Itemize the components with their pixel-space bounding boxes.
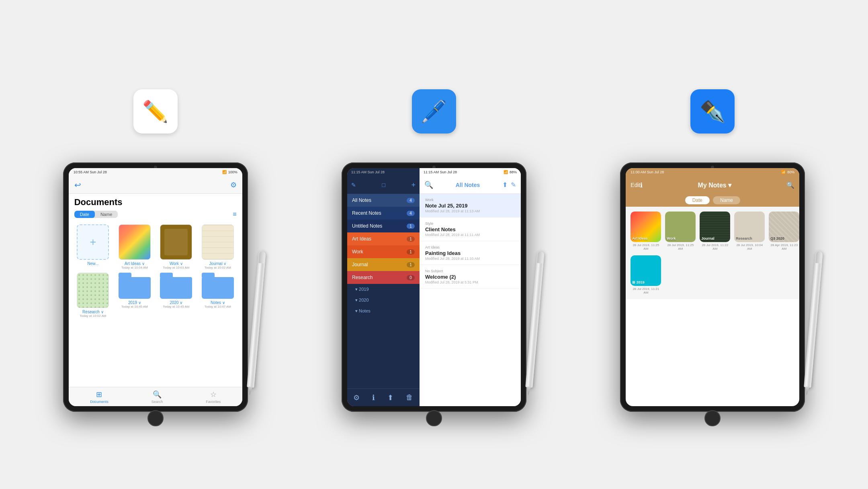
doc-date-artideas: Today at 10:04 AM — [121, 266, 148, 269]
settings-icon[interactable]: ⚙ — [353, 393, 360, 402]
tab-documents[interactable]: ⊞ Documents — [90, 390, 108, 404]
doc-thumb-new: + — [77, 224, 109, 260]
folder-research-badge: 0 — [407, 275, 415, 280]
notes-sidebar: 11:15 AM Sun Jul 28 ✎ □ + All Notes 4 — [347, 168, 420, 406]
note-item-4[interactable]: No Subject Welcome (2) Modified Jul 28, … — [420, 265, 521, 289]
folder-2019-date: Today at 10:45 AM — [121, 305, 148, 308]
plus-icon[interactable]: + — [411, 181, 416, 189]
mynote-work-date: 28 Jul 2019, 11:25 AM — [665, 243, 696, 251]
clipboard-icon[interactable]: □ — [382, 182, 385, 188]
folder-2020[interactable]: 2020 ∨ Today at 10:45 AM — [158, 273, 195, 318]
doc-date-research: Today at 10:02 AM — [80, 314, 106, 318]
notes-sidebar-status: 11:15 AM Sun Jul 28 — [347, 168, 420, 176]
mynote-q32020-date: 28 Apr 2019, 11:23 AM — [769, 243, 799, 251]
ipad2-section: 🖊️ 11:15 AM Sun Jul 28 ✎ □ + — [342, 89, 526, 412]
folder-artideas-notes[interactable]: Art Ideas 1 — [347, 232, 420, 245]
tab-favorites[interactable]: ☆ Favorites — [206, 390, 221, 404]
favorites-icon: ☆ — [210, 390, 217, 399]
app-icon-goodwriter[interactable]: ✏️ — [133, 89, 178, 134]
app-icon-writenote[interactable]: ✒️ — [690, 89, 735, 134]
mynote-work-label: Work — [667, 236, 676, 240]
folder-journal-notes[interactable]: Journal 1 — [347, 258, 420, 271]
ipad2-home-button[interactable] — [426, 410, 442, 426]
mynote-2019-date: 28 Jul 2019, 11:21 AM — [631, 287, 661, 294]
folder-research-notes[interactable]: Research 0 — [347, 271, 420, 284]
search-icon-notes[interactable]: 🔍 — [424, 181, 433, 189]
mynote-thumb-research: Research — [734, 212, 765, 242]
doc-label-new: New... — [88, 261, 99, 266]
note-category-3: Art Ideas — [425, 245, 515, 249]
ipad3-wifi-icon: 📶 — [781, 170, 786, 174]
mynote-artideas[interactable]: Art Ideas 28 Jul 2019, 11:25 AM — [631, 212, 661, 251]
folder-2019[interactable]: 2019 ∨ Today at 10:45 AM — [116, 273, 154, 318]
doc-item-work[interactable]: Work ∨ Today at 10:03 AM — [158, 224, 195, 269]
folder-work-notes[interactable]: Work 1 — [347, 245, 420, 258]
edit-icon[interactable]: ✎ — [351, 182, 356, 188]
ipad1-screen: 10:55 AM Sun Jul 28 📶 100% ↩ ⚙ Documents… — [69, 168, 242, 406]
folder-recent-label: Recent Notes — [352, 210, 381, 216]
ipad3-home-button[interactable] — [704, 410, 721, 426]
ipad1-time: 10:55 AM Sun Jul 28 — [74, 170, 107, 174]
folder-untitled-notes[interactable]: Untitled Notes 1 — [347, 220, 420, 232]
app-icon-pocketnotes[interactable]: 🖊️ — [412, 89, 456, 134]
ipad3-screen: 11:00 AM Sun Jul 28 📶 80% Edit ℹ My Note… — [626, 168, 799, 406]
mynote-thumb-q32020: Q3 2020 — [769, 212, 799, 242]
ipad1-filter-bar: Date Name ≡ — [69, 209, 242, 221]
folder-journal-label: Journal — [352, 262, 368, 267]
tab-search-label: Search — [151, 400, 163, 404]
tree-notes[interactable]: ▾ Notes — [347, 306, 420, 316]
mynote-q32020[interactable]: Q3 2020 28 Apr 2019, 11:23 AM — [769, 212, 799, 251]
doc-item-journal[interactable]: Journal ∨ Today at 10:02 AM — [199, 224, 237, 269]
mynotes-edit-btn[interactable]: Edit — [631, 182, 640, 188]
ipad1-section: ✏️ 10:55 AM Sun Jul 28 📶 100% ↩ ⚙ Docume… — [63, 89, 248, 412]
compose-icon[interactable]: ✎ — [511, 181, 516, 189]
filter-name-btn[interactable]: Name — [95, 211, 118, 218]
doc-item-new[interactable]: + New... — [74, 224, 112, 269]
mynotes-info-icon[interactable]: ℹ — [640, 181, 643, 189]
tree-2020[interactable]: ▾ 2020 — [347, 295, 420, 306]
mynote-thumb-work: Work — [665, 212, 696, 242]
ipad3-pencil — [804, 251, 823, 388]
filter-btn-name[interactable]: Name — [713, 196, 740, 204]
ipad2-frame: 11:15 AM Sun Jul 28 ✎ □ + All Notes 4 — [342, 162, 526, 412]
export-icon[interactable]: ⬆ — [502, 181, 508, 189]
mynotes-search-icon[interactable]: 🔍 — [786, 181, 794, 189]
share-icon[interactable]: ⬆ — [387, 393, 393, 402]
note-item-3[interactable]: Art Ideas Painting Ideas Modified Jul 28… — [420, 241, 521, 265]
mynote-research-date: 28 Jul 2019, 10:04 AM — [734, 243, 765, 251]
doc-thumb-journal — [202, 224, 234, 260]
trash-icon[interactable]: 🗑 — [406, 393, 413, 402]
mynote-thumb-journal: Journal — [700, 212, 730, 242]
ipad2-main-time: 11:15 AM Sun Jul 28 — [424, 170, 457, 174]
ipad1-home-button[interactable] — [147, 410, 164, 426]
mynote-2019[interactable]: ⊞ 2019 28 Jul 2019, 11:21 AM — [631, 255, 661, 294]
notes-layout: 11:15 AM Sun Jul 28 ✎ □ + All Notes 4 — [347, 168, 521, 406]
folder-all-notes-label: All Notes — [352, 197, 371, 203]
mynotes-header-icons: 🔍 — [786, 181, 794, 189]
doc-item-research[interactable]: Research ∨ Today at 10:02 AM — [74, 273, 112, 318]
mynote-research[interactable]: Research 28 Jul 2019, 10:04 AM — [734, 212, 765, 251]
mynote-work[interactable]: Work 28 Jul 2019, 11:25 AM — [665, 212, 696, 251]
mynotes-grid-row2: ⊞ 2019 28 Jul 2019, 11:21 AM — [626, 255, 799, 299]
note-category-1: Work — [425, 198, 515, 202]
note-item-2[interactable]: Style Client Notes Modified Jul 28, 2019… — [420, 218, 521, 241]
notes-main-header: 🔍 All Notes ⬆ ✎ — [420, 176, 521, 194]
note-category-2: Style — [425, 222, 515, 226]
note-item-1[interactable]: Work Note Jul 25, 2019 Modified Jul 28, … — [420, 194, 521, 218]
mynote-journal[interactable]: Journal 28 Jul 2019, 11:22 AM — [700, 212, 730, 251]
doc-item-artideas[interactable]: Art Ideas ∨ Today at 10:04 AM — [116, 224, 154, 269]
folder-recent-notes[interactable]: Recent Notes 4 — [347, 207, 420, 220]
mynotes-title[interactable]: My Notes ▾ — [698, 181, 732, 189]
folder-artideas-label: Art Ideas — [352, 236, 371, 242]
filter-date-btn[interactable]: Date — [74, 211, 95, 218]
info-icon[interactable]: ℹ — [372, 393, 375, 402]
tree-2019[interactable]: ▾ 2019 — [347, 284, 420, 295]
filter-btn-date[interactable]: Date — [685, 196, 710, 204]
tab-search[interactable]: 🔍 Search — [151, 390, 163, 404]
folder-notes[interactable]: Notes ∨ Today at 10:47 AM — [199, 273, 237, 318]
ipad1-filter-buttons: Date Name — [74, 211, 118, 218]
folder-all-notes[interactable]: All Notes 4 — [347, 194, 420, 207]
folder-untitled-label: Untitled Notes — [352, 223, 382, 229]
note-title-3: Painting Ideas — [425, 250, 515, 256]
folder-notes-label: Notes ∨ — [211, 300, 225, 305]
